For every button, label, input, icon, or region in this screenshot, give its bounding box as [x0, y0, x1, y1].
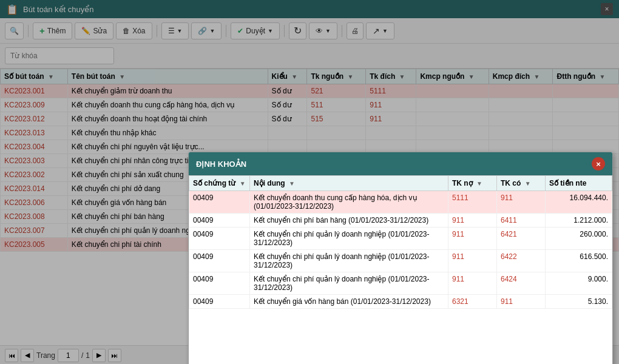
modal-cell-so-tien: 260.000.	[546, 228, 612, 250]
modal-cell-tk-no: 6321	[448, 295, 497, 309]
modal-col-tk-co: TK có ▼	[497, 176, 546, 191]
modal-cell-tk-no: 911	[448, 272, 497, 295]
modal-cell-tk-no: 911	[448, 214, 497, 228]
modal-cell-noi-dung: Kết chuyển chi phí quản lý doanh nghiệp …	[250, 250, 448, 272]
modal-table-row[interactable]: 00409 Kết chuyển chi phí quản lý doanh n…	[189, 250, 612, 272]
modal-filter-noi-dung[interactable]: ▼	[289, 180, 295, 187]
modal-cell-tk-no: 911	[448, 250, 497, 272]
modal-table-row[interactable]: 00409 Kết chuyển chi phí quản lý doanh n…	[189, 272, 612, 295]
modal-dinh-khoan: ĐỊNH KHOẢN × Số chứng từ ▼ Nội dung ▼	[188, 152, 613, 364]
modal-cell-tk-co: 911	[497, 191, 546, 214]
modal-col-so-tien: Số tiền nte	[546, 176, 612, 191]
modal-cell-noi-dung: Kết chuyển chi phí bán hàng (01/01/2023-…	[250, 214, 448, 228]
modal-title: ĐỊNH KHOẢN	[196, 160, 246, 169]
modal-col-so-ct: Số chứng từ ▼	[189, 176, 250, 191]
modal-cell-so-tien: 9.000.	[546, 272, 612, 295]
modal-cell-so-ct: 00409	[189, 272, 250, 295]
modal-cell-so-ct: 00409	[189, 214, 250, 228]
modal-table-row[interactable]: 00409 Kết chuyển giá vốn hàng bán (01/01…	[189, 295, 612, 309]
modal-close-button[interactable]: ×	[592, 157, 605, 170]
modal-cell-so-tien: 5.130.	[546, 295, 612, 309]
modal-cell-noi-dung: Kết chuyển doanh thu cung cấp hàng hóa, …	[250, 191, 448, 214]
modal-table-row[interactable]: 00409 Kết chuyển chi phí quản lý doanh n…	[189, 228, 612, 250]
modal-col-noi-dung: Nội dung ▼	[250, 176, 448, 191]
modal-cell-so-ct: 00409	[189, 295, 250, 309]
modal-overlay: ĐỊNH KHOẢN × Số chứng từ ▼ Nội dung ▼	[0, 0, 619, 364]
modal-cell-noi-dung: Kết chuyển giá vốn hàng bán (01/01/2023-…	[250, 295, 448, 309]
modal-cell-tk-no: 911	[448, 228, 497, 250]
modal-col-tk-no: TK nợ ▼	[448, 176, 497, 191]
modal-header: ĐỊNH KHOẢN ×	[189, 152, 612, 175]
modal-table-row[interactable]: 00409 Kết chuyển doanh thu cung cấp hàng…	[189, 191, 612, 214]
modal-cell-noi-dung: Kết chuyển chi phí quản lý doanh nghiệp …	[250, 228, 448, 250]
modal-filter-tk-no[interactable]: ▼	[476, 180, 482, 187]
modal-cell-noi-dung: Kết chuyển chi phí quản lý doanh nghiệp …	[250, 272, 448, 295]
modal-body: Số chứng từ ▼ Nội dung ▼ TK nợ ▼ TK có	[189, 175, 612, 364]
modal-cell-so-tien: 616.500.	[546, 250, 612, 272]
modal-cell-tk-no: 5111	[448, 191, 497, 214]
modal-cell-tk-co: 6411	[497, 214, 546, 228]
modal-filter-tk-co[interactable]: ▼	[525, 180, 531, 187]
modal-cell-tk-co: 6422	[497, 250, 546, 272]
modal-table: Số chứng từ ▼ Nội dung ▼ TK nợ ▼ TK có	[189, 175, 612, 309]
modal-cell-so-ct: 00409	[189, 250, 250, 272]
modal-cell-so-tien: 16.094.440.	[546, 191, 612, 214]
modal-filter-so-ct[interactable]: ▼	[240, 180, 246, 187]
modal-cell-so-ct: 00409	[189, 228, 250, 250]
modal-cell-tk-co: 6421	[497, 228, 546, 250]
modal-cell-so-ct: 00409	[189, 191, 250, 214]
modal-cell-tk-co: 911	[497, 295, 546, 309]
modal-cell-so-tien: 1.212.000.	[546, 214, 612, 228]
modal-table-row[interactable]: 00409 Kết chuyển chi phí bán hàng (01/01…	[189, 214, 612, 228]
modal-cell-tk-co: 6424	[497, 272, 546, 295]
